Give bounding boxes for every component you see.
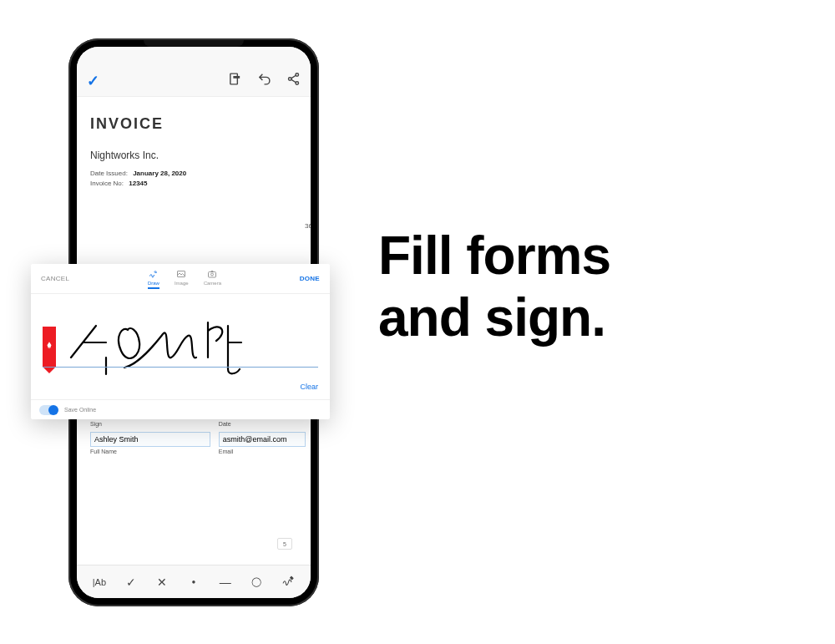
phone-notch	[144, 40, 244, 47]
svg-rect-0	[230, 74, 238, 84]
confirm-icon[interactable]: ✓	[87, 73, 99, 89]
signature-draw-area[interactable]: Clear	[31, 294, 330, 399]
email-input[interactable]	[219, 432, 306, 447]
svg-rect-6	[209, 271, 216, 277]
signature-panel: CANCEL Draw Image Camera DONE Clear	[31, 264, 330, 419]
signature-panel-header: CANCEL Draw Image Camera DONE	[31, 264, 330, 294]
headline-text: Fill forms and sign.	[378, 226, 610, 347]
sign-label: Sign	[90, 421, 210, 427]
save-online-label: Save Online	[64, 407, 96, 413]
invoice-no-row: Invoice No: 12345	[90, 180, 297, 187]
oval-tool[interactable]: ◯	[247, 576, 266, 587]
signature-tool[interactable]	[279, 574, 297, 590]
signature-baseline	[43, 367, 318, 368]
adobe-marker-icon	[43, 327, 56, 367]
email-field: Email	[219, 432, 306, 454]
fullname-field: Full Name	[90, 432, 210, 454]
tab-draw[interactable]: Draw	[148, 269, 159, 289]
image-icon	[176, 269, 186, 279]
pen-nib-icon	[45, 341, 53, 352]
invoice-no-label: Invoice No:	[90, 180, 124, 187]
share-icon[interactable]	[286, 72, 301, 89]
signature-panel-footer: Save Online	[31, 399, 330, 419]
cutoff-fragment: 36	[305, 222, 311, 230]
form-mode-icon[interactable]	[228, 72, 242, 89]
tab-draw-label: Draw	[148, 281, 159, 286]
date-issued-value: January 28, 2020	[133, 170, 186, 177]
text-tool[interactable]: |Ab	[90, 577, 109, 587]
app-topbar: ✓	[77, 65, 311, 97]
date-issued-row: Date Issued: January 28, 2020	[90, 170, 297, 177]
checkmark-tool[interactable]: ✓	[122, 576, 140, 589]
date-label: Date	[219, 421, 306, 427]
annotation-toolbar: |Ab ✓ ✕ ● — ◯	[77, 565, 311, 598]
company-name: Nightworks Inc.	[90, 150, 297, 161]
fullname-label: Full Name	[90, 449, 210, 454]
invoice-no-value: 12345	[129, 180, 147, 187]
page-indicator[interactable]: 5	[277, 538, 292, 550]
status-bar	[77, 47, 311, 65]
marketing-headline: Fill forms and sign.	[378, 226, 610, 348]
camera-icon	[207, 269, 217, 279]
save-online-toggle[interactable]	[39, 405, 58, 415]
tab-camera[interactable]: Camera	[204, 269, 221, 289]
dot-tool[interactable]: ●	[185, 578, 203, 586]
clear-button[interactable]: Clear	[300, 383, 318, 391]
svg-point-7	[211, 273, 214, 276]
dash-tool[interactable]: —	[216, 576, 235, 589]
draw-icon	[149, 269, 159, 279]
date-issued-label: Date Issued:	[90, 170, 128, 177]
done-button[interactable]: DONE	[300, 275, 320, 282]
tab-image[interactable]: Image	[175, 269, 189, 289]
tab-image-label: Image	[175, 281, 189, 286]
svg-rect-1	[233, 76, 240, 79]
tab-camera-label: Camera	[204, 281, 221, 286]
invoice-title: INVOICE	[90, 115, 297, 133]
email-label: Email	[219, 449, 306, 454]
signature-tabs: Draw Image Camera	[69, 269, 299, 289]
fullname-input[interactable]	[90, 432, 210, 447]
undo-icon[interactable]	[257, 72, 271, 89]
cancel-button[interactable]: CANCEL	[41, 275, 69, 282]
x-tool[interactable]: ✕	[153, 576, 171, 589]
